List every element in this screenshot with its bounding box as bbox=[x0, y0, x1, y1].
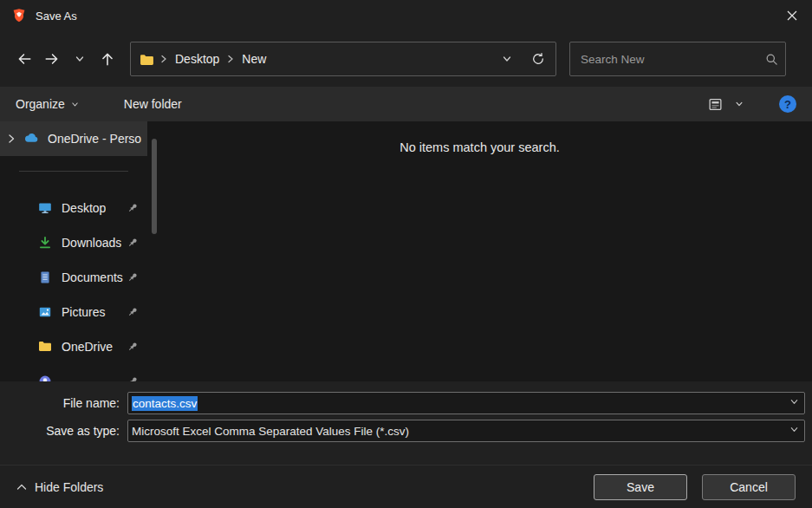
navigation-bar: Desktop New bbox=[0, 31, 812, 87]
pictures-icon bbox=[38, 305, 52, 319]
brave-icon bbox=[11, 8, 27, 23]
sidebar-item-label: OneDrive - Perso bbox=[48, 132, 141, 146]
sidebar-item-label: OneDrive bbox=[62, 340, 113, 354]
toolbar-right-group: ? bbox=[703, 92, 796, 116]
pin-icon bbox=[127, 237, 147, 249]
file-name-input[interactable]: contacts.csv bbox=[127, 392, 805, 414]
sidebar-item-desktop[interactable]: Desktop bbox=[0, 191, 147, 225]
sidebar-item-onedrive-personal[interactable]: OneDrive - Perso bbox=[0, 121, 147, 156]
chevron-down-icon bbox=[71, 101, 79, 108]
search-box bbox=[569, 42, 786, 76]
save-as-type-row: Save as type: Microsoft Excel Comma Sepa… bbox=[0, 420, 805, 442]
up-button[interactable] bbox=[94, 45, 121, 73]
search-input[interactable] bbox=[579, 52, 765, 67]
save-as-type-label: Save as type: bbox=[0, 424, 127, 438]
sidebar-item-pictures[interactable]: Pictures bbox=[0, 295, 147, 329]
forward-arrow-icon bbox=[44, 51, 60, 67]
onedrive-cloud-icon bbox=[24, 132, 38, 146]
view-icon bbox=[708, 97, 723, 112]
new-folder-button[interactable]: New folder bbox=[124, 97, 182, 111]
breadcrumb-separator-icon bbox=[221, 55, 240, 63]
pin-icon bbox=[127, 202, 147, 214]
close-button[interactable] bbox=[772, 0, 812, 31]
sidebar-item-label: Desktop bbox=[62, 201, 106, 215]
hide-folders-button[interactable]: Hide Folders bbox=[16, 480, 103, 494]
question-mark-icon: ? bbox=[784, 98, 791, 111]
file-list-area: No items match your search. bbox=[147, 121, 812, 381]
sidebar-item-documents[interactable]: Documents bbox=[0, 260, 147, 295]
user-icon bbox=[38, 374, 52, 381]
back-button[interactable] bbox=[10, 45, 38, 73]
sidebar-item-partial[interactable] bbox=[0, 364, 147, 381]
navigation-pane: OneDrive - Perso Desktop bbox=[0, 121, 147, 381]
pin-icon bbox=[127, 375, 147, 381]
content-area: OneDrive - Perso Desktop bbox=[0, 121, 812, 381]
refresh-button[interactable] bbox=[523, 43, 554, 75]
window-title: Save As bbox=[36, 10, 77, 23]
save-as-dialog: Save As bbox=[0, 0, 812, 508]
chevron-right-icon bbox=[7, 132, 24, 146]
command-toolbar: Organize New folder bbox=[0, 87, 812, 121]
forward-button[interactable] bbox=[38, 45, 66, 73]
sidebar-item-label: Documents bbox=[62, 270, 123, 284]
save-as-type-select[interactable]: Microsoft Excel Comma Separated Values F… bbox=[127, 420, 805, 442]
breadcrumb-item-new[interactable]: New bbox=[240, 50, 268, 68]
view-options-dropdown[interactable] bbox=[727, 92, 751, 116]
hide-folders-label: Hide Folders bbox=[35, 480, 103, 494]
chevron-up-icon bbox=[16, 483, 27, 491]
sidebar-item-label: Pictures bbox=[62, 305, 106, 319]
search-icon bbox=[765, 53, 778, 66]
new-folder-label: New folder bbox=[124, 97, 182, 111]
pin-icon bbox=[127, 306, 147, 318]
help-button[interactable]: ? bbox=[779, 95, 796, 113]
save-button[interactable]: Save bbox=[594, 474, 687, 500]
cancel-button[interactable]: Cancel bbox=[702, 474, 796, 500]
documents-icon bbox=[38, 270, 52, 284]
sidebar-item-downloads[interactable]: Downloads bbox=[0, 225, 147, 260]
save-button-label: Save bbox=[627, 480, 654, 494]
up-arrow-icon bbox=[100, 51, 115, 67]
pin-icon bbox=[127, 341, 147, 353]
organize-label: Organize bbox=[16, 97, 65, 111]
sidebar-item-label: Downloads bbox=[62, 236, 121, 250]
save-as-type-value: Microsoft Excel Comma Separated Values F… bbox=[132, 425, 409, 438]
file-name-value: contacts.csv bbox=[132, 396, 198, 411]
chevron-down-icon[interactable] bbox=[789, 397, 799, 407]
cancel-button-label: Cancel bbox=[730, 480, 768, 494]
chevron-down-icon bbox=[75, 54, 85, 64]
address-dropdown-button[interactable] bbox=[491, 43, 523, 75]
change-view-button[interactable] bbox=[703, 92, 727, 116]
chevron-down-icon bbox=[502, 54, 512, 64]
breadcrumb-separator-icon bbox=[154, 55, 173, 63]
organize-button[interactable]: Organize bbox=[16, 97, 79, 111]
empty-state-message: No items match your search. bbox=[400, 140, 560, 154]
titlebar: Save As bbox=[0, 0, 812, 31]
downloads-icon bbox=[38, 236, 52, 250]
sidebar-scrollbar[interactable] bbox=[152, 139, 157, 234]
chevron-down-icon[interactable] bbox=[789, 425, 799, 434]
sidebar-divider bbox=[19, 171, 128, 172]
dialog-footer: Hide Folders Save Cancel bbox=[0, 465, 812, 508]
address-bar[interactable]: Desktop New bbox=[130, 42, 556, 76]
recent-locations-button[interactable] bbox=[66, 45, 94, 73]
refresh-icon bbox=[531, 52, 545, 66]
file-fields-panel: File name: contacts.csv Save as type: Mi… bbox=[0, 381, 812, 465]
back-arrow-icon bbox=[16, 51, 32, 67]
breadcrumb-item-desktop[interactable]: Desktop bbox=[173, 50, 221, 68]
sidebar-item-onedrive-folder[interactable]: OneDrive bbox=[0, 329, 147, 364]
file-name-row: File name: contacts.csv bbox=[0, 392, 805, 414]
pin-icon bbox=[127, 271, 147, 283]
desktop-icon bbox=[38, 201, 52, 215]
chevron-down-icon bbox=[735, 100, 744, 108]
folder-icon bbox=[140, 53, 154, 66]
file-name-label: File name: bbox=[0, 396, 127, 410]
folder-icon bbox=[38, 340, 52, 354]
close-icon bbox=[787, 10, 797, 21]
